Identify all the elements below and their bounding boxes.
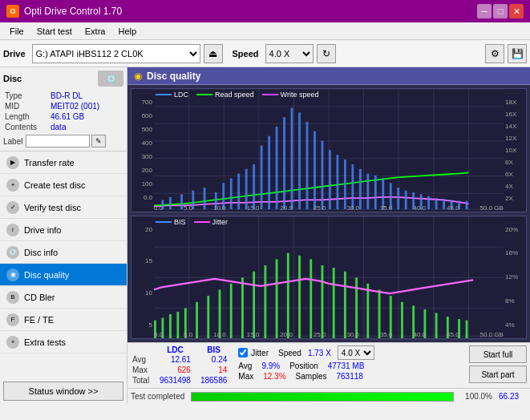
sidebar-item-transfer-rate[interactable]: ▶ Transfer rate bbox=[0, 151, 127, 174]
menu-extra[interactable]: Extra bbox=[79, 25, 112, 38]
disc-info-icon: 💿 bbox=[6, 246, 19, 259]
jitter-header-row: Jitter Speed 1.73 X 4.0 X bbox=[238, 345, 374, 360]
action-buttons: Start full Start part bbox=[469, 345, 527, 383]
sidebar-item-fe-te-label: FE / TE bbox=[24, 315, 54, 325]
ldc-bis-stats-table: LDC BIS Avg 12.61 0.24 Max 626 bbox=[131, 345, 232, 386]
menu-start-test[interactable]: Start test bbox=[30, 25, 79, 38]
bottom-controls-row: LDC BIS Avg 12.61 0.24 Max 626 bbox=[131, 345, 527, 386]
progress-label: Test completed bbox=[131, 392, 184, 401]
svg-rect-83 bbox=[287, 252, 289, 338]
sidebar-item-verify-test-disc-label: Verify test disc bbox=[24, 203, 81, 212]
bis-x-labels: 0.0 5.0 10.0 15.0 20.0 25.0 30.0 35.0 40… bbox=[154, 331, 504, 338]
svg-rect-82 bbox=[276, 259, 278, 338]
speed-select[interactable]: 4.0 X bbox=[265, 44, 314, 63]
ldc-x-labels: 0.0 5.0 10.0 15.0 20.0 25.0 30.0 35.0 40… bbox=[154, 204, 504, 212]
jitter-checkbox[interactable] bbox=[238, 348, 248, 357]
disc-contents-row: Contents data bbox=[5, 123, 122, 131]
jitter-speed-stats: Jitter Speed 1.73 X 4.0 X Avg 9.9% Posit… bbox=[238, 345, 374, 381]
disc-mid-label: MID bbox=[5, 102, 49, 111]
svg-rect-31 bbox=[283, 117, 285, 209]
max-bis-value: 14 bbox=[196, 365, 232, 375]
toolbar: Drive G:) ATAPI iHBS112 2 CL0K ⏏ Speed 4… bbox=[0, 40, 530, 67]
sidebar-item-disc-quality-label: Disc quality bbox=[24, 270, 69, 280]
speed-stat-select[interactable]: 4.0 X bbox=[338, 345, 374, 360]
sidebar-item-drive-info-label: Drive info bbox=[24, 225, 61, 235]
refresh-button[interactable]: ↻ bbox=[317, 44, 336, 63]
svg-rect-28 bbox=[261, 145, 263, 209]
svg-rect-30 bbox=[276, 127, 278, 209]
bis-chart: BIS Jitter 20 15 10 5 bbox=[131, 216, 527, 340]
maximize-button[interactable]: □ bbox=[493, 4, 508, 18]
svg-rect-79 bbox=[241, 277, 244, 338]
legend-jitter: Jitter bbox=[194, 218, 229, 226]
disc-mid-row: MID MEIT02 (001) bbox=[5, 102, 122, 111]
minimize-button[interactable]: ─ bbox=[477, 4, 492, 18]
app-icon: O bbox=[6, 5, 19, 18]
write-speed-legend-dot bbox=[262, 94, 278, 95]
menu-file[interactable]: File bbox=[3, 25, 30, 38]
max-row: Max 626 14 bbox=[131, 365, 232, 375]
progress-fill bbox=[192, 393, 453, 401]
disc-length-label: Length bbox=[5, 112, 49, 121]
sidebar-item-extra-tests[interactable]: + Extra tests bbox=[0, 331, 127, 353]
disc-quality-icon: ◉ bbox=[6, 269, 19, 281]
disc-length-row: Length 46.61 GB bbox=[5, 112, 122, 121]
main-area: Disc 💿 Type BD-R DL MID MEIT02 (001) Len… bbox=[0, 67, 530, 404]
verify-test-disc-icon: ✓ bbox=[6, 201, 19, 214]
sidebar-item-create-test-disc[interactable]: + Create test disc bbox=[0, 174, 127, 196]
max-ldc-value: 626 bbox=[155, 365, 196, 375]
sidebar-item-verify-test-disc[interactable]: ✓ Verify test disc bbox=[0, 196, 127, 219]
sidebar-item-disc-info[interactable]: 💿 Disc info bbox=[0, 241, 127, 264]
bottom-stats-area: LDC BIS Avg 12.61 0.24 Max 626 bbox=[127, 342, 530, 388]
jitter-label: Jitter bbox=[251, 349, 269, 357]
content-area: ◉ Disc quality LDC bbox=[127, 67, 530, 342]
svg-rect-37 bbox=[329, 150, 331, 209]
menubar: File Start test Extra Help bbox=[0, 22, 530, 40]
jitter-avg-row: Avg 9.9% Position 47731 MB bbox=[238, 361, 374, 370]
sidebar-item-drive-info[interactable]: i Drive info bbox=[0, 219, 127, 241]
avg-row: Avg 12.61 0.24 bbox=[131, 354, 232, 365]
ldc-y-labels-left: 700 600 500 400 300 200 100 0.0 bbox=[131, 99, 154, 202]
label-input[interactable] bbox=[26, 135, 90, 147]
status-window-button[interactable]: Status window >> bbox=[3, 382, 123, 401]
ldc-col-header: LDC bbox=[155, 345, 196, 354]
menu-help[interactable]: Help bbox=[111, 25, 143, 38]
sidebar-item-disc-quality[interactable]: ◉ Disc quality bbox=[0, 264, 127, 286]
config-button[interactable]: ⚙ bbox=[485, 44, 504, 63]
start-full-button[interactable]: Start full bbox=[469, 345, 527, 363]
label-field-label: Label bbox=[3, 137, 22, 146]
svg-rect-32 bbox=[291, 107, 293, 209]
svg-rect-80 bbox=[253, 271, 255, 338]
save-button[interactable]: 💾 bbox=[508, 44, 527, 63]
svg-rect-36 bbox=[322, 141, 324, 210]
bis-legend: BIS Jitter bbox=[156, 218, 228, 226]
svg-rect-90 bbox=[366, 283, 369, 338]
create-test-disc-icon: + bbox=[6, 179, 19, 192]
ldc-y-labels-right: 18X 16X 14X 12X 10X 8X 6X 4X 2X bbox=[504, 99, 526, 202]
disc-icon: 💿 bbox=[98, 71, 123, 87]
progress-percent: 100.0% bbox=[460, 392, 492, 401]
samples-value: 763118 bbox=[336, 372, 362, 381]
total-label: Total bbox=[131, 375, 155, 386]
ldc-chart: LDC Read speed Write speed bbox=[131, 88, 527, 212]
titlebar: O Opti Drive Control 1.70 ─ □ ✕ bbox=[0, 0, 530, 22]
samples-label: Samples bbox=[296, 372, 327, 381]
content-header-title: Disc quality bbox=[147, 71, 200, 82]
position-value: 47731 MB bbox=[328, 361, 365, 370]
close-button[interactable]: ✕ bbox=[509, 4, 524, 18]
start-part-button[interactable]: Start part bbox=[469, 365, 527, 383]
sidebar-item-fe-te[interactable]: F FE / TE bbox=[0, 309, 127, 331]
fe-te-icon: F bbox=[6, 313, 19, 326]
disc-contents-label: Contents bbox=[5, 123, 49, 131]
drive-select[interactable]: G:) ATAPI iHBS112 2 CL0K bbox=[32, 44, 200, 63]
eject-button[interactable]: ⏏ bbox=[204, 44, 223, 63]
svg-rect-78 bbox=[230, 283, 233, 338]
disc-section: Disc 💿 Type BD-R DL MID MEIT02 (001) Len… bbox=[0, 67, 127, 151]
sidebar-item-cd-bler[interactable]: B CD Bler bbox=[0, 286, 127, 309]
sidebar-menu: ▶ Transfer rate + Create test disc ✓ Ver… bbox=[0, 151, 127, 378]
disc-length-value: 46.61 GB bbox=[51, 112, 122, 121]
disc-mid-value: MEIT02 (001) bbox=[51, 102, 122, 111]
progress-bar-container: Test completed 100.0% 66.23 bbox=[127, 388, 530, 404]
disc-quality-header-icon: ◉ bbox=[134, 71, 142, 82]
label-edit-button[interactable]: ✎ bbox=[91, 135, 106, 147]
